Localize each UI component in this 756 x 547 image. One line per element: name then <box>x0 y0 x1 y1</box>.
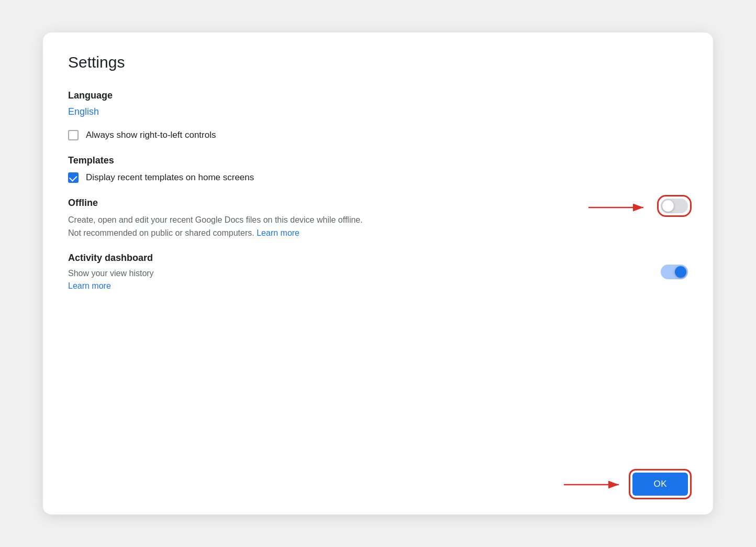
offline-toggle[interactable] <box>661 199 688 213</box>
offline-note-text: Not recommended on public or shared comp… <box>68 228 254 237</box>
activity-dashboard-section: Activity dashboard Show your view histor… <box>68 253 688 295</box>
offline-heading: Offline <box>68 198 640 209</box>
footer: OK <box>68 462 688 496</box>
activity-heading: Activity dashboard <box>68 253 154 264</box>
templates-label: Display recent templates on home screens <box>86 172 254 183</box>
templates-checkbox[interactable] <box>68 172 79 183</box>
ok-arrow-annotation <box>564 477 627 493</box>
activity-subtext: Show your view history <box>68 269 154 278</box>
page-title: Settings <box>68 53 688 71</box>
offline-row: Offline Create, open and edit your recen… <box>68 198 688 238</box>
settings-dialog: Settings Language English Always show ri… <box>43 32 713 515</box>
activity-toggle[interactable] <box>661 265 688 279</box>
templates-section: Templates Display recent templates on ho… <box>68 155 688 183</box>
offline-toggle-col <box>661 198 688 213</box>
language-heading: Language <box>68 90 688 101</box>
language-section: Language English Always show right-to-le… <box>68 90 688 140</box>
rtl-checkbox-row: Always show right-to-left controls <box>68 130 688 140</box>
offline-note: Not recommended on public or shared comp… <box>68 228 640 238</box>
offline-text-col: Offline Create, open and edit your recen… <box>68 198 661 238</box>
language-link[interactable]: English <box>68 106 99 117</box>
offline-arrow-annotation <box>588 200 651 215</box>
offline-description: Create, open and edit your recent Google… <box>68 214 640 226</box>
templates-heading: Templates <box>68 155 688 166</box>
offline-toggle-thumb <box>662 200 674 212</box>
activity-header: Activity dashboard Show your view histor… <box>68 253 688 291</box>
rtl-checkbox[interactable] <box>68 130 79 140</box>
offline-section: Offline Create, open and edit your recen… <box>68 198 688 238</box>
activity-toggle-thumb <box>675 266 686 278</box>
activity-left: Activity dashboard Show your view histor… <box>68 253 154 291</box>
activity-learn-more-link[interactable]: Learn more <box>68 281 111 290</box>
ok-button[interactable]: OK <box>632 473 688 496</box>
rtl-label: Always show right-to-left controls <box>86 130 216 140</box>
offline-learn-more-link[interactable]: Learn more <box>257 228 299 237</box>
templates-checkbox-row: Display recent templates on home screens <box>68 172 688 183</box>
